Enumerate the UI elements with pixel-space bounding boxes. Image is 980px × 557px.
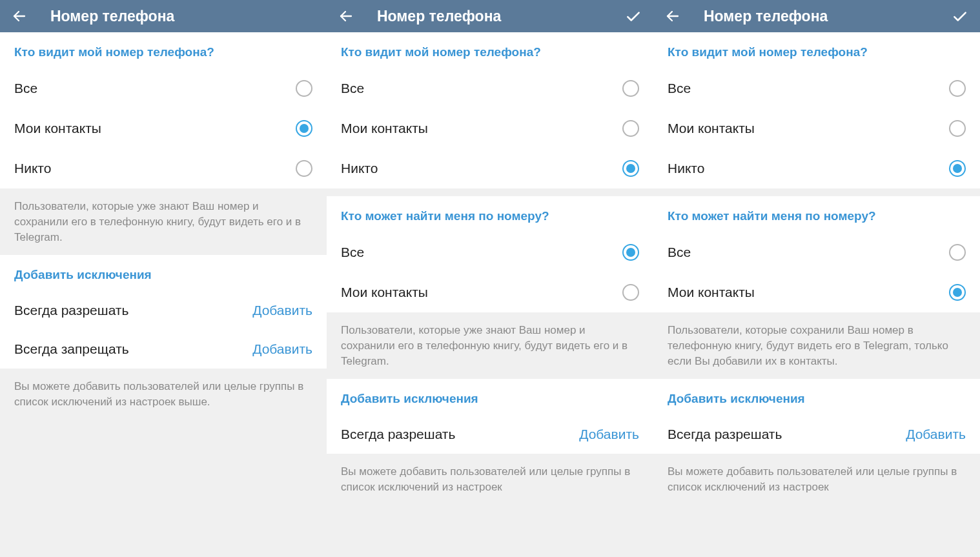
option-everyone[interactable]: Все: [653, 68, 980, 108]
option-my-contacts[interactable]: Мои контакты: [327, 108, 653, 148]
option-label: Мои контакты: [341, 285, 428, 300]
add-link[interactable]: Добавить: [252, 303, 312, 318]
radio-icon: [949, 160, 966, 177]
check-icon[interactable]: [625, 8, 642, 25]
always-allow-row[interactable]: Всегда разрешать Добавить: [653, 415, 980, 454]
option-label: Все: [668, 81, 691, 96]
settings-panel-2: Номер телефона Кто видит мой номер телеф…: [327, 0, 653, 557]
action-label: Всегда разрешать: [341, 427, 455, 442]
settings-panel-3: Номер телефона Кто видит мой номер телеф…: [653, 0, 980, 557]
header: Номер телефона: [653, 0, 980, 32]
option-nobody[interactable]: Никто: [0, 148, 327, 188]
radio-icon: [622, 284, 639, 301]
option-label: Никто: [14, 161, 51, 176]
option-nobody[interactable]: Никто: [327, 148, 653, 188]
option-label: Все: [668, 245, 691, 260]
page-title: Номер телефона: [704, 8, 828, 25]
option-label: Все: [341, 81, 364, 96]
option-find-contacts[interactable]: Мои контакты: [653, 272, 980, 312]
action-label: Всегда разрешать: [14, 303, 128, 318]
info-text: Пользователи, которые уже знают Ваш номе…: [327, 312, 653, 379]
option-label: Мои контакты: [341, 121, 428, 136]
check-icon[interactable]: [952, 8, 968, 25]
option-everyone[interactable]: Все: [0, 68, 327, 108]
section-header-exceptions: Добавить исключения: [653, 379, 980, 415]
radio-icon: [622, 80, 639, 97]
section-header-visibility: Кто видит мой номер телефона?: [327, 32, 653, 68]
divider: [327, 188, 653, 196]
radio-icon: [622, 120, 639, 137]
add-link[interactable]: Добавить: [579, 427, 639, 442]
always-allow-row[interactable]: Всегда разрешать Добавить: [327, 415, 653, 454]
radio-icon: [296, 80, 312, 97]
page-title: Номер телефона: [50, 8, 174, 25]
back-arrow-icon[interactable]: [665, 8, 680, 24]
action-label: Всегда запрещать: [14, 341, 129, 357]
section-header-exceptions: Добавить исключения: [0, 255, 327, 291]
option-nobody[interactable]: Никто: [653, 148, 980, 188]
section-header-visibility: Кто видит мой номер телефона?: [653, 32, 980, 68]
info-text: Пользователи, которые сохранили Ваш номе…: [653, 312, 980, 379]
info-text: Вы можете добавить пользователей или цел…: [653, 454, 980, 557]
add-link[interactable]: Добавить: [252, 341, 312, 357]
info-text: Вы можете добавить пользователей или цел…: [327, 454, 653, 557]
option-label: Мои контакты: [14, 121, 101, 136]
radio-icon: [622, 160, 639, 177]
radio-icon: [296, 160, 312, 177]
option-find-contacts[interactable]: Мои контакты: [327, 272, 653, 312]
option-label: Все: [14, 81, 37, 96]
option-my-contacts[interactable]: Мои контакты: [0, 108, 327, 148]
section-header-visibility: Кто видит мой номер телефона?: [0, 32, 327, 68]
radio-icon: [949, 120, 966, 137]
header: Номер телефона: [0, 0, 327, 32]
radio-icon: [622, 244, 639, 261]
section-header-find: Кто может найти меня по номеру?: [653, 196, 980, 232]
page-title: Номер телефона: [377, 8, 501, 25]
divider: [653, 188, 980, 196]
option-my-contacts[interactable]: Мои контакты: [653, 108, 980, 148]
radio-icon: [296, 120, 312, 137]
radio-icon: [949, 244, 966, 261]
back-arrow-icon[interactable]: [338, 8, 354, 24]
option-label: Никто: [668, 161, 704, 176]
back-arrow-icon[interactable]: [12, 8, 27, 24]
settings-panel-1: Номер телефона Кто видит мой номер телеф…: [0, 0, 327, 557]
header: Номер телефона: [327, 0, 653, 32]
option-find-everyone[interactable]: Все: [653, 232, 980, 272]
always-deny-row[interactable]: Всегда запрещать Добавить: [0, 330, 327, 369]
option-label: Мои контакты: [668, 121, 755, 136]
section-header-find: Кто может найти меня по номеру?: [327, 196, 653, 232]
action-label: Всегда разрешать: [668, 427, 782, 442]
option-label: Мои контакты: [668, 285, 755, 300]
option-everyone[interactable]: Все: [327, 68, 653, 108]
option-find-everyone[interactable]: Все: [327, 232, 653, 272]
option-label: Никто: [341, 161, 378, 176]
info-text: Пользователи, которые уже знают Ваш номе…: [0, 188, 327, 255]
info-text: Вы можете добавить пользователей или цел…: [0, 369, 327, 557]
radio-icon: [949, 284, 966, 301]
section-header-exceptions: Добавить исключения: [327, 379, 653, 415]
option-label: Все: [341, 245, 364, 260]
radio-icon: [949, 80, 966, 97]
add-link[interactable]: Добавить: [906, 427, 966, 442]
always-allow-row[interactable]: Всегда разрешать Добавить: [0, 291, 327, 330]
